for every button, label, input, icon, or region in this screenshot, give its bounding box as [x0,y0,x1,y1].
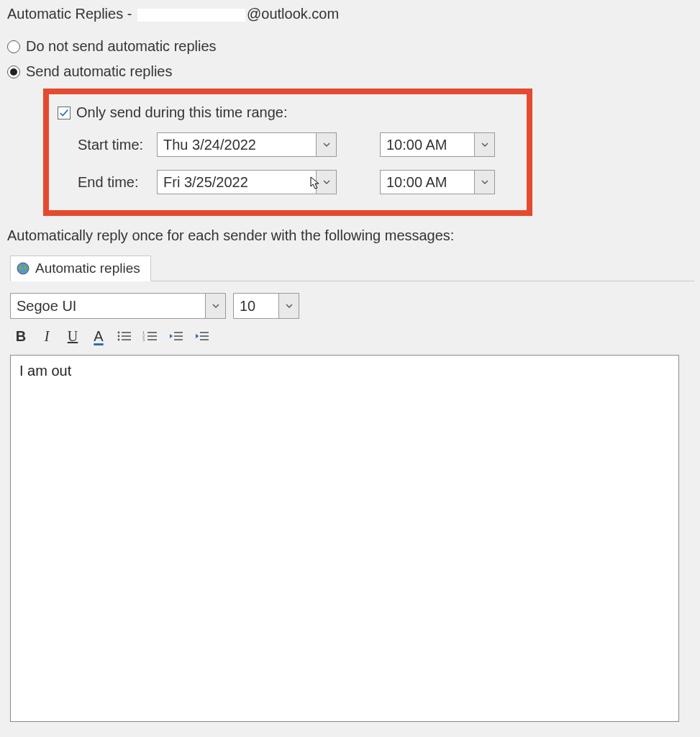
svg-point-3 [118,335,120,338]
start-time-value: 10:00 AM [381,133,474,156]
automatic-replies-dialog: Automatic Replies - @outlook.com Do not … [0,0,700,731]
tab-automatic-replies[interactable]: Automatic replies [10,256,151,281]
message-body-textarea[interactable]: I am out [10,355,679,722]
end-time-value: 10:00 AM [381,171,474,194]
time-range-highlight: Only send during this time range: Start … [43,89,532,216]
radio-label: Do not send automatic replies [26,38,217,55]
svg-marker-13 [170,334,173,338]
font-name-combo[interactable]: Segoe UI [10,293,226,319]
tab-strip: Automatic replies [10,253,694,281]
svg-point-1 [118,332,120,334]
font-color-button[interactable]: A [91,327,106,345]
end-time-label: End time: [78,174,157,191]
numbered-list-button[interactable]: 1 2 3 [142,327,158,345]
globe-icon [17,262,29,275]
start-time-combo[interactable]: 10:00 AM [380,132,495,157]
only-send-time-range-checkbox[interactable]: Only send during this time range: [58,104,518,121]
svg-text:3: 3 [142,338,145,342]
checkbox-label: Only send during this time range: [76,104,288,121]
end-date-value: Fri 3/25/2022 [158,171,316,194]
tab-label: Automatic replies [35,261,140,276]
end-time-row: End time: Fri 3/25/2022 10:00 AM [78,170,518,194]
start-time-label: Start time: [78,137,157,153]
dialog-title: Automatic Replies - @outlook.com [6,0,694,34]
title-prefix: Automatic Replies - [7,6,136,22]
font-size-combo[interactable]: 10 [233,293,299,319]
chevron-down-icon[interactable] [474,133,494,156]
end-time-combo[interactable]: 10:00 AM [380,170,495,194]
bullet-list-button[interactable] [117,327,132,345]
svg-point-5 [118,339,120,341]
underline-button[interactable]: U [65,327,81,345]
format-toolbar: B I U A 1 2 3 [6,325,694,352]
start-date-combo[interactable]: Thu 3/24/2022 [157,132,337,157]
radio-send[interactable]: Send automatic replies [6,59,694,84]
start-date-value: Thu 3/24/2022 [158,133,316,156]
bold-button[interactable]: B [13,327,29,345]
start-time-row: Start time: Thu 3/24/2022 10:00 AM [78,132,518,157]
radio-unchecked-icon [7,40,20,53]
chevron-down-icon[interactable] [316,133,336,156]
increase-indent-button[interactable] [194,327,210,345]
chevron-down-icon[interactable] [278,294,299,318]
instruction-text: Automatically reply once for each sender… [6,222,694,253]
chevron-down-icon[interactable] [205,294,225,318]
radio-do-not-send[interactable]: Do not send automatic replies [6,34,694,59]
redacted-account [137,9,245,22]
chevron-down-icon[interactable] [316,171,336,194]
radio-checked-icon [7,65,20,78]
font-name-value: Segoe UI [11,294,205,318]
radio-label: Send automatic replies [26,63,172,80]
svg-marker-18 [196,334,199,338]
decrease-indent-button[interactable] [168,327,184,345]
chevron-down-icon[interactable] [474,171,494,194]
title-suffix: @outlook.com [247,6,339,22]
checkbox-checked-icon [58,107,71,119]
font-size-value: 10 [234,294,278,318]
italic-button[interactable]: I [39,327,55,345]
end-date-combo[interactable]: Fri 3/25/2022 [157,170,337,194]
editor-toolbar: Segoe UI 10 [6,281,694,325]
